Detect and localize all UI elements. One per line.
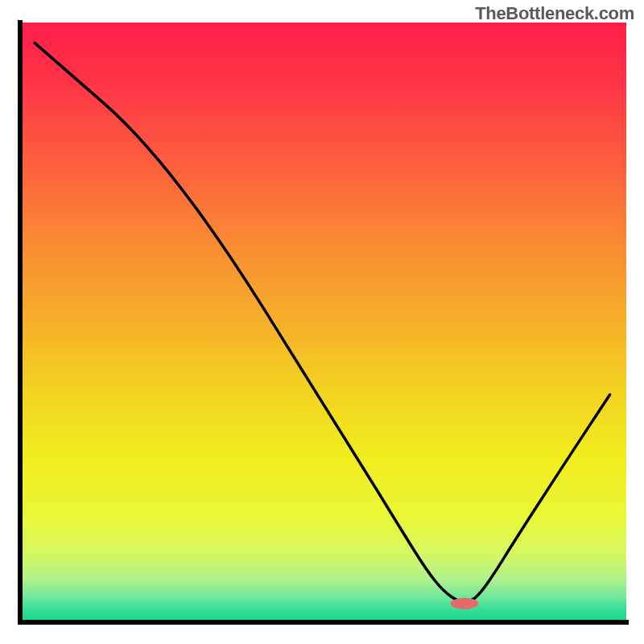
gradient-background	[18, 23, 626, 625]
bottleneck-chart	[0, 0, 644, 644]
optimal-marker	[451, 598, 479, 609]
